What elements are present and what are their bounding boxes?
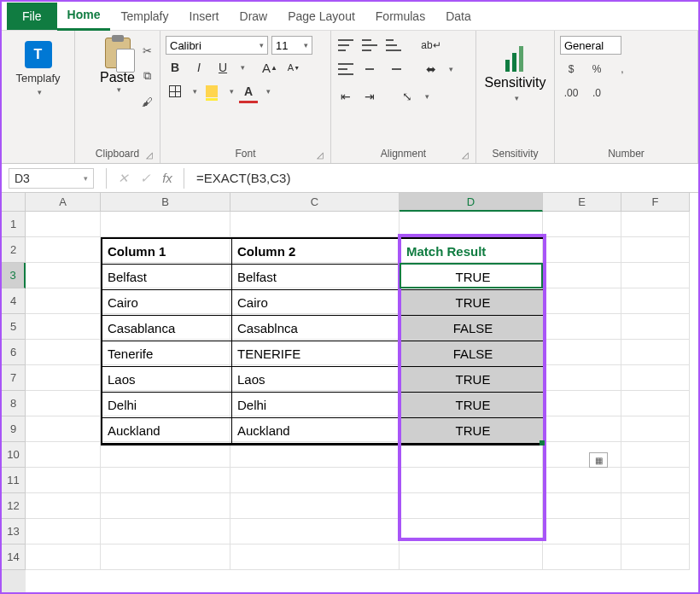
borders-button[interactable] [166,82,184,101]
increase-indent-button[interactable]: ⇥ [360,87,379,106]
cell[interactable]: Belfast [232,265,401,290]
font-color-button[interactable]: A [239,82,258,101]
row-header[interactable]: 1 [2,212,26,237]
column-header[interactable]: D [400,193,543,212]
cells-area[interactable]: Column 1 Column 2 Match Result Belfast B… [26,212,698,570]
dialog-launcher-icon[interactable]: ◿ [462,150,469,160]
cut-button[interactable]: ✂ [139,43,155,58]
templafy-button[interactable]: T Templafy ▾ [7,34,69,146]
tab-templafy[interactable]: Templafy [110,3,178,30]
row-header[interactable]: 8 [2,391,26,416]
tab-formulas[interactable]: Formulas [365,3,435,30]
increase-font-button[interactable]: A▲ [260,58,279,77]
row-header[interactable]: 11 [2,468,26,493]
row-header[interactable]: 4 [2,288,26,314]
name-box[interactable]: D3▾ [9,168,94,189]
table-header[interactable]: Column 1 [102,239,232,265]
cell[interactable]: Auckland [232,418,401,444]
increase-decimal-button[interactable]: .00 [560,84,582,102]
cell[interactable]: TRUE [401,393,545,418]
align-bottom-button[interactable] [384,36,403,55]
column-header[interactable]: A [26,193,101,212]
table-header[interactable]: Match Result [401,239,545,265]
number-format-combo[interactable]: General [560,36,621,55]
align-middle-button[interactable] [360,36,379,55]
cell[interactable]: Casablnca [232,316,401,341]
tab-data[interactable]: Data [435,3,481,30]
cell[interactable]: Casablanca [102,316,232,341]
merge-center-button[interactable]: ⬌ [422,60,440,79]
cell[interactable]: Tenerife [102,341,232,367]
cell[interactable]: Cairo [232,290,401,316]
cell[interactable]: Delhi [102,393,232,418]
cell[interactable]: Cairo [102,290,232,316]
percent-format-button[interactable]: % [586,60,608,79]
cell[interactable]: Auckland [102,418,232,444]
row-header[interactable]: 6 [2,340,26,365]
copy-button[interactable]: ⧉ [139,68,155,84]
fill-color-button[interactable] [202,82,221,101]
chevron-down-icon[interactable]: ▾ [241,63,245,72]
tab-insert[interactable]: Insert [179,3,230,30]
column-header[interactable]: B [101,193,230,212]
column-header[interactable]: E [543,193,621,212]
autofill-options-button[interactable]: ▦ [589,452,608,468]
row-header[interactable]: 14 [2,544,26,570]
decrease-font-button[interactable]: A▼ [284,58,303,77]
bold-button[interactable]: B [166,58,184,77]
italic-button[interactable]: I [190,58,208,77]
cell[interactable]: Laos [102,367,232,393]
column-header[interactable]: F [621,193,690,212]
cell[interactable]: TENERIFE [232,341,401,367]
format-painter-button[interactable]: 🖌 [139,94,155,109]
orientation-button[interactable]: ⤡ [398,87,417,106]
row-header[interactable]: 5 [2,314,26,340]
font-name-combo[interactable]: Calibri▾ [166,36,268,55]
chevron-down-icon[interactable]: ▾ [425,92,429,101]
cell[interactable]: Belfast [102,265,232,290]
chevron-down-icon[interactable]: ▾ [230,87,234,96]
chevron-down-icon[interactable]: ▾ [266,87,271,96]
cell[interactable]: TRUE [401,418,545,444]
cell[interactable]: TRUE [401,367,545,393]
row-header[interactable]: 2 [2,237,26,263]
cancel-formula-button[interactable]: ✕ [112,171,134,186]
align-right-button[interactable] [384,60,403,79]
chevron-down-icon[interactable]: ▾ [193,87,197,96]
row-header[interactable]: 12 [2,493,26,519]
comma-format-button[interactable]: , [611,60,633,79]
enter-formula-button[interactable]: ✓ [134,171,156,186]
cell[interactable]: TRUE [401,290,545,316]
font-size-combo[interactable]: 11▾ [271,36,312,55]
grid[interactable]: A B C D E F Column 1 Co [26,193,698,594]
cell[interactable]: Laos [232,367,401,393]
fill-handle[interactable] [540,440,545,446]
decrease-indent-button[interactable]: ⇤ [336,87,355,106]
tab-file[interactable]: File [7,3,57,30]
tab-draw[interactable]: Draw [230,3,278,30]
row-header[interactable]: 9 [2,416,26,442]
accounting-format-button[interactable]: $ [560,60,582,79]
column-header[interactable]: C [230,193,400,212]
underline-button[interactable]: U [213,58,232,77]
decrease-decimal-button[interactable]: .0 [586,84,608,102]
cell[interactable]: Delhi [232,393,401,418]
row-header[interactable]: 13 [2,519,26,544]
fx-button[interactable]: fx [156,171,178,185]
row-header[interactable]: 3 [2,263,26,288]
align-center-button[interactable] [360,60,379,79]
wrap-text-button[interactable]: ab↵ [422,36,440,55]
align-top-button[interactable] [336,36,355,55]
formula-input[interactable]: =EXACT(B3,C3) [190,171,698,185]
dialog-launcher-icon[interactable]: ◿ [317,150,324,160]
tab-page-layout[interactable]: Page Layout [277,3,365,30]
tab-home[interactable]: Home [57,1,111,31]
chevron-down-icon[interactable]: ▾ [449,65,453,73]
row-header[interactable]: 7 [2,365,26,391]
cell[interactable]: FALSE [401,341,545,367]
select-all-corner[interactable] [2,193,26,212]
cell[interactable]: FALSE [401,316,545,341]
sensitivity-button[interactable]: Sensitivity ▾ [481,34,549,146]
dialog-launcher-icon[interactable]: ◿ [146,150,153,160]
table-header[interactable]: Column 2 [232,239,401,265]
